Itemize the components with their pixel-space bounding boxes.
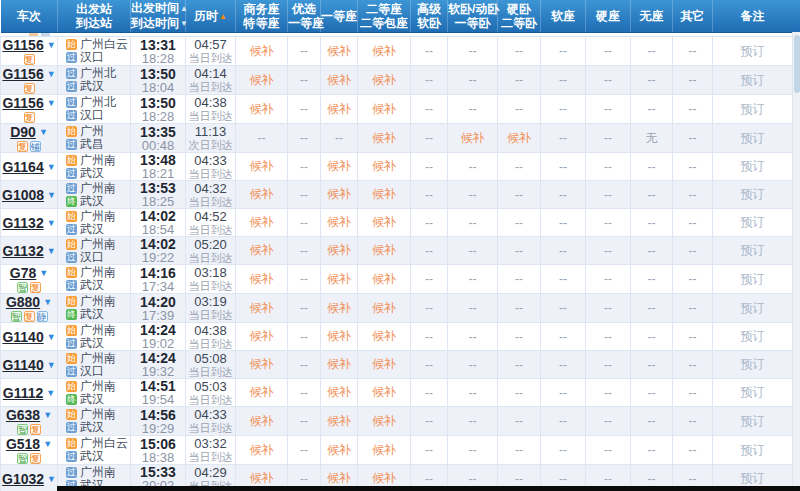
book-button[interactable]: 预订 (741, 357, 765, 371)
seat-cell-second-class[interactable]: 候补 (358, 407, 411, 436)
expand-caret-icon[interactable]: ▼ (47, 69, 56, 79)
train-number-link[interactable]: G78 (10, 265, 36, 281)
book-button[interactable]: 预订 (741, 131, 765, 145)
expand-caret-icon[interactable]: ▼ (47, 162, 56, 172)
sort-asc-icon[interactable]: ▲ (180, 4, 188, 13)
seat-cell-first-class[interactable]: 候补 (321, 37, 358, 66)
train-number-link[interactable]: G1156 (2, 66, 43, 82)
seat-cell-business[interactable]: 候补 (236, 379, 288, 407)
expand-caret-icon[interactable]: ▼ (47, 246, 56, 256)
expand-caret-icon[interactable]: ▼ (39, 268, 48, 278)
book-button[interactable]: 预订 (741, 159, 765, 173)
train-number-link[interactable]: G1156 (2, 37, 43, 53)
train-number-link[interactable]: G1132 (2, 215, 43, 231)
seat-cell-first-class[interactable]: 候补 (321, 379, 358, 407)
train-number-link[interactable]: G1140 (2, 329, 43, 345)
book-button[interactable]: 预订 (741, 329, 765, 343)
seat-cell-second-class[interactable]: 候补 (358, 379, 411, 407)
seat-cell-second-class[interactable]: 候补 (358, 436, 411, 465)
sort-desc-icon[interactable]: ▼ (180, 19, 188, 28)
seat-cell-second-class[interactable]: 候补 (358, 66, 411, 95)
book-button[interactable]: 预订 (741, 102, 765, 116)
seat-cell-second-class[interactable]: 候补 (358, 153, 411, 181)
seat-cell-business[interactable]: 候补 (236, 66, 288, 95)
expand-caret-icon[interactable]: ▼ (39, 127, 48, 137)
seat-cell-second-class[interactable]: 候补 (358, 95, 411, 124)
seat-cell-second-class[interactable]: 候补 (358, 181, 411, 209)
expand-caret-icon[interactable]: ▼ (46, 388, 55, 398)
expand-caret-icon[interactable]: ▼ (43, 410, 52, 420)
book-button[interactable]: 预订 (741, 385, 765, 399)
expand-caret-icon[interactable]: ▼ (47, 190, 56, 200)
seat-cell-business[interactable]: 候补 (236, 407, 288, 436)
seat-cell-first-class[interactable]: 候补 (321, 153, 358, 181)
expand-caret-icon[interactable]: ▼ (47, 98, 56, 108)
seat-cell-second-class[interactable]: 候补 (358, 37, 411, 66)
expand-caret-icon[interactable]: ▼ (47, 332, 56, 342)
expand-caret-icon[interactable]: ▼ (43, 297, 52, 307)
book-button[interactable]: 预订 (741, 471, 765, 485)
seat-cell-second-class[interactable]: 候补 (358, 294, 411, 323)
seat-cell-first-class[interactable]: 候补 (321, 209, 358, 237)
seat-cell-business[interactable]: 候补 (236, 294, 288, 323)
seat-cell-first-class[interactable]: 候补 (321, 265, 358, 294)
book-button[interactable]: 预订 (741, 215, 765, 229)
column-header-duration[interactable]: 历时▲ (186, 0, 236, 33)
vertical-scrollbar[interactable] (792, 32, 800, 491)
train-number-link[interactable]: G1156 (2, 95, 43, 111)
seat-cell-business[interactable]: 候补 (236, 181, 288, 209)
seat-cell-business[interactable]: 候补 (236, 351, 288, 379)
seat-cell-second-class[interactable]: 候补 (358, 351, 411, 379)
train-number-link[interactable]: G1008 (2, 187, 44, 203)
train-number-link[interactable]: G1112 (3, 385, 44, 401)
train-number-link[interactable]: G880 (6, 294, 40, 310)
expand-caret-icon[interactable]: ▼ (47, 474, 56, 484)
scrollbar-thumb[interactable] (794, 35, 800, 93)
seat-cell-business[interactable]: 候补 (236, 95, 288, 124)
expand-caret-icon[interactable]: ▼ (43, 439, 52, 449)
seat-cell-second-class[interactable]: 候补 (358, 209, 411, 237)
book-button[interactable]: 预订 (741, 272, 765, 286)
train-number-link[interactable]: G638 (6, 407, 40, 423)
train-number-link[interactable]: G1164 (2, 159, 43, 175)
expand-caret-icon[interactable]: ▼ (47, 40, 56, 50)
train-number-link[interactable]: G518 (6, 436, 40, 452)
seat-cell-first-class[interactable]: 候补 (321, 351, 358, 379)
book-button[interactable]: 预订 (741, 243, 765, 257)
seat-cell-second-class[interactable]: 候补 (358, 323, 411, 351)
seat-cell-business[interactable]: 候补 (236, 37, 288, 66)
seat-cell-first-class[interactable]: 候补 (321, 95, 358, 124)
book-button[interactable]: 预订 (741, 301, 765, 315)
seat-cell-business[interactable]: 候补 (236, 237, 288, 265)
book-button[interactable]: 预订 (741, 187, 765, 201)
seat-cell-second-class[interactable]: 候补 (358, 124, 411, 153)
seat-cell-first-class[interactable]: 候补 (321, 294, 358, 323)
seat-cell-first-class[interactable]: 候补 (321, 181, 358, 209)
sort-asc-icon[interactable]: ▲ (219, 12, 227, 21)
book-button[interactable]: 预订 (741, 414, 765, 428)
seat-cell-first-class[interactable]: 候补 (321, 323, 358, 351)
seat-cell-first-class[interactable]: 候补 (321, 407, 358, 436)
seat-cell-first-class[interactable]: 候补 (321, 436, 358, 465)
book-button[interactable]: 预订 (741, 73, 765, 87)
seat-cell-second-class[interactable]: 候补 (358, 237, 411, 265)
book-button[interactable]: 预订 (741, 44, 765, 58)
seat-cell-business[interactable]: 候补 (236, 265, 288, 294)
train-number-link[interactable]: G1132 (2, 243, 43, 259)
seat-cell-business[interactable]: 候补 (236, 153, 288, 181)
seat-cell-business[interactable]: 候补 (236, 436, 288, 465)
book-button[interactable]: 预订 (741, 443, 765, 457)
seat-cell-first-class[interactable]: 候补 (321, 237, 358, 265)
seat-cell-business[interactable]: 候补 (236, 209, 288, 237)
expand-caret-icon[interactable]: ▼ (47, 360, 56, 370)
train-number-link[interactable]: G1032 (2, 471, 44, 487)
seat-cell-hard-sleeper[interactable]: 候补 (498, 124, 541, 153)
seat-cell-business[interactable]: 候补 (236, 323, 288, 351)
train-number-link[interactable]: D90 (10, 124, 36, 140)
seat-cell-second-class[interactable]: 候补 (358, 265, 411, 294)
seat-cell-first-class[interactable]: 候补 (321, 66, 358, 95)
expand-caret-icon[interactable]: ▼ (47, 218, 56, 228)
seat-cell-soft-sleeper[interactable]: 候补 (448, 124, 498, 153)
train-number-link[interactable]: G1140 (2, 357, 43, 373)
column-header-times[interactable]: 出发时间▲到达时间▼ (131, 0, 186, 33)
